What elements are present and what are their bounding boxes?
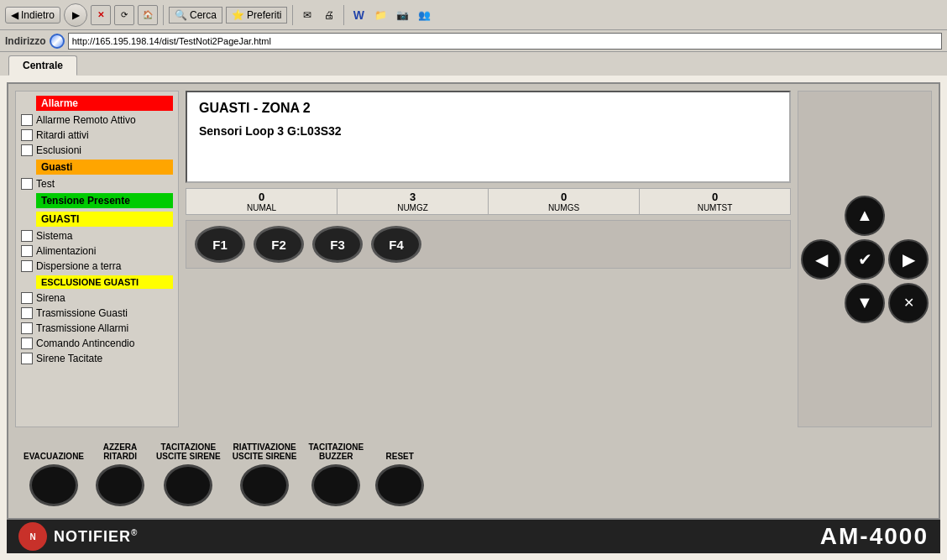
checkbox-trasmissione-guasti[interactable] xyxy=(21,307,33,319)
stat-numgs-value: 0 xyxy=(492,191,636,203)
status-trasmissione-allarmi[interactable]: Trasmissione Allarmi xyxy=(19,322,175,335)
btn-azzera-ritardi[interactable] xyxy=(96,464,144,506)
display-panel: GUASTI - ZONA 2 Sensori Loop 3 G:L03S32 … xyxy=(186,91,791,427)
label-allarme-remoto: Allarme Remoto Attivo xyxy=(36,114,173,126)
badge-allarme: Allarme xyxy=(36,96,173,111)
func-btn-f4[interactable]: F4 xyxy=(371,226,421,263)
status-alimentazioni[interactable]: Alimentazioni xyxy=(19,244,175,258)
status-sistema[interactable]: Sistema xyxy=(19,229,175,243)
separator3 xyxy=(343,5,344,25)
status-guasti-active[interactable]: GUASTI xyxy=(19,211,175,228)
stat-numgz-value: 3 xyxy=(341,191,484,203)
dpad: ▲ ◀ ✔ ▶ ▼ ✕ xyxy=(801,196,929,323)
status-allarme-remoto[interactable]: Allarme Remoto Attivo xyxy=(19,113,175,127)
status-guasti[interactable]: Guasti xyxy=(19,159,175,175)
checkbox-test[interactable] xyxy=(21,178,33,190)
address-input[interactable] xyxy=(68,33,942,50)
checkbox-sirene-tacitate[interactable] xyxy=(21,353,33,364)
btn-riattivazione-uscite[interactable] xyxy=(240,464,289,506)
media-button[interactable]: 📷 xyxy=(393,6,411,24)
status-sirena[interactable]: Sirena xyxy=(19,291,175,305)
status-esclusioni[interactable]: Esclusioni xyxy=(19,144,175,157)
status-trasmissione-guasti[interactable]: Trasmissione Guasti xyxy=(19,306,175,320)
dpad-up-button[interactable]: ▲ xyxy=(845,196,885,236)
display-body: Sensori Loop 3 G:L03S32 xyxy=(199,124,777,138)
stat-numgz-label: NUMGZ xyxy=(341,203,484,212)
action-tacitazione-uscite: TACITAZIONE USCITE SIRENE xyxy=(156,442,221,506)
forward-arrow-icon: ▶ xyxy=(72,9,80,21)
tab-centrale[interactable]: Centrale xyxy=(8,55,77,76)
action-tacitazione-buzzer: TACITAZIONE BUZZER xyxy=(308,442,364,506)
stat-numgs: 0 NUMGS xyxy=(489,189,640,214)
dpad-empty-tr xyxy=(888,196,929,236)
search-button[interactable]: 🔍 Cerca xyxy=(169,7,222,24)
label-ritardi: Ritardi attivi xyxy=(36,129,173,141)
status-ritardi[interactable]: Ritardi attivi xyxy=(19,128,175,142)
stop-button[interactable]: ✕ xyxy=(91,5,111,25)
separator2 xyxy=(292,5,293,25)
dpad-cancel-button[interactable]: ✕ xyxy=(888,283,929,323)
control-panel: ▲ ◀ ✔ ▶ ▼ ✕ xyxy=(798,91,932,427)
btn-reset[interactable] xyxy=(375,464,424,506)
notifier-logo-circle: N xyxy=(18,522,47,551)
mail-button[interactable]: ✉ xyxy=(298,6,317,24)
action-riattivazione-uscite: RIATTIVAZIONE USCITE SIRENE xyxy=(233,442,297,506)
func-btn-f2[interactable]: F2 xyxy=(254,226,304,263)
stat-numtst: 0 NUMTST xyxy=(640,189,790,214)
tab-centrale-label: Centrale xyxy=(23,60,63,71)
dpad-left-button[interactable]: ◀ xyxy=(801,239,841,280)
stat-numal-label: NUMAL xyxy=(190,203,333,212)
label-dispersione: Dispersione a terra xyxy=(36,260,173,272)
action-bar: EVACUAZIONE AZZERA RITARDI TACITAZIONE U… xyxy=(15,437,932,511)
folder-button[interactable]: 📁 xyxy=(371,6,390,24)
status-allarme[interactable]: Allarme xyxy=(19,95,175,112)
media-icon: 📷 xyxy=(396,9,409,21)
status-test[interactable]: Test xyxy=(19,177,175,191)
home-button[interactable]: 🏠 xyxy=(138,5,158,25)
dpad-confirm-button[interactable]: ✔ xyxy=(845,239,885,280)
stat-numgz: 3 NUMGZ xyxy=(337,189,489,214)
checkbox-esclusioni[interactable] xyxy=(21,144,33,156)
label-azzera-ritardi: AZZERA RITARDI xyxy=(103,442,138,461)
forward-button[interactable]: ▶ xyxy=(64,3,87,27)
dpad-empty-bl xyxy=(801,283,841,323)
label-evacuazione: EVACUAZIONE xyxy=(24,452,84,461)
print-button[interactable]: 🖨 xyxy=(320,6,338,24)
btn-tacitazione-uscite[interactable] xyxy=(164,464,212,506)
dpad-down-button[interactable]: ▼ xyxy=(845,283,885,323)
checkbox-trasmissione-allarmi[interactable] xyxy=(21,322,33,334)
checkbox-sistema[interactable] xyxy=(21,230,33,242)
status-comando-antincendio[interactable]: Comando Antincendio xyxy=(19,337,175,350)
stat-numal-value: 0 xyxy=(190,191,333,203)
search-icon: 🔍 xyxy=(175,9,187,21)
func-btn-f1[interactable]: F1 xyxy=(195,226,245,263)
back-arrow-icon: ◀ xyxy=(11,9,18,21)
status-panel: Allarme Allarme Remoto Attivo Ritardi at… xyxy=(15,91,179,427)
label-test: Test xyxy=(36,178,173,190)
footer-logo: N NOTIFIER® xyxy=(18,522,138,551)
people-button[interactable]: 👥 xyxy=(415,6,433,24)
checkbox-ritardi[interactable] xyxy=(21,129,33,141)
status-tensione[interactable]: Tensione Presente xyxy=(19,192,175,209)
checkbox-allarme-remoto[interactable] xyxy=(21,114,33,126)
back-button[interactable]: ◀ Indietro xyxy=(5,7,60,24)
func-btn-f3[interactable]: F3 xyxy=(312,226,363,263)
label-tacitazione-uscite: TACITAZIONE USCITE SIRENE xyxy=(156,442,221,461)
checkbox-sirena[interactable] xyxy=(21,292,33,304)
btn-tacitazione-buzzer[interactable] xyxy=(311,464,360,506)
dpad-right-button[interactable]: ▶ xyxy=(888,239,929,280)
checkbox-comando-antincendio[interactable] xyxy=(21,338,33,349)
refresh-button[interactable]: ⟳ xyxy=(114,5,134,25)
status-sirene-tacitate[interactable]: Sirene Tacitate xyxy=(19,352,175,365)
label-riattivazione-uscite: RIATTIVAZIONE USCITE SIRENE xyxy=(233,442,297,461)
action-azzera-ritardi: AZZERA RITARDI xyxy=(96,442,144,506)
favorites-button[interactable]: ⭐ Preferiti xyxy=(226,7,287,24)
status-esclusione-guasti[interactable]: ESCLUSIONE GUASTI xyxy=(19,275,175,290)
status-dispersione[interactable]: Dispersione a terra xyxy=(19,259,175,273)
word-button[interactable]: W xyxy=(349,6,368,24)
checkbox-dispersione[interactable] xyxy=(21,260,33,272)
checkbox-alimentazioni[interactable] xyxy=(21,245,33,257)
print-icon: 🖨 xyxy=(324,9,334,21)
btn-evacuazione[interactable] xyxy=(29,464,78,506)
tab-bar: Centrale xyxy=(0,52,947,76)
